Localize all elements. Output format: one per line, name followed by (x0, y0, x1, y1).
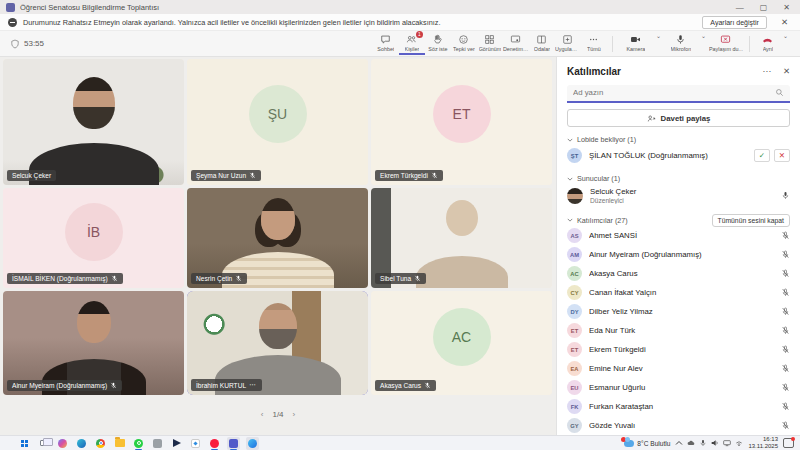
mic-muted-icon[interactable] (781, 326, 790, 335)
leave-button[interactable]: Ayrıl (755, 32, 781, 55)
presenter-role: Düzenleyici (590, 197, 774, 204)
presenter-row[interactable]: Selcuk Çeker Düzenleyici (567, 184, 790, 207)
tile-more-icon[interactable]: ⋯ (249, 381, 257, 389)
react-button[interactable]: Tepki ver (451, 32, 477, 55)
mute-all-button[interactable]: Tümünün sesini kapat (712, 214, 791, 227)
video-tile[interactable]: Sibel Tuna (371, 188, 552, 288)
presenters-section-header[interactable]: Sunucular (1) (567, 173, 790, 184)
attendee-row[interactable]: EU Esmanur Uğurlu (567, 378, 790, 397)
chat-button[interactable]: Sohbet (373, 32, 399, 55)
video-tile[interactable]: ŞU Şeyma Nur Uzun (187, 59, 368, 185)
lobby-section-header[interactable]: Lobide bekliyor (1) (567, 134, 790, 145)
video-tile[interactable]: AC Akasya Carus (371, 291, 552, 395)
attendee-list: AS Ahmet SANSİ AM Ainur Myeiram (Doğrula… (567, 226, 790, 435)
view-button[interactable]: Görünüm (477, 32, 503, 55)
attendee-row[interactable]: CY Canan İfakat Yalçın (567, 283, 790, 302)
video-tile[interactable]: ET Ekrem Türkgeldi (371, 59, 552, 185)
participant-name: Nesrin Çetin (196, 275, 232, 282)
participant-search[interactable] (567, 85, 790, 103)
camera-button[interactable]: Kamera (618, 32, 654, 55)
share-invite-button[interactable]: Daveti paylaş (567, 109, 790, 127)
admit-button[interactable]: ✓ (754, 149, 770, 162)
leave-dropdown-chevron[interactable]: ⌄ (783, 32, 788, 39)
tray-network-icon[interactable] (735, 439, 743, 447)
chrome-icon[interactable] (94, 437, 107, 450)
people-button[interactable]: 1 Kişiler (399, 32, 425, 55)
attendee-row[interactable]: AM Ainur Myeiram (Doğrulanmamış) (567, 245, 790, 264)
participant-name-label: İbrahim KURTUL ⋯ (191, 379, 262, 391)
gray-app-icon[interactable] (151, 437, 164, 450)
tray-display-icon[interactable] (723, 439, 731, 447)
video-tile[interactable]: İbrahim KURTUL ⋯ (187, 291, 368, 395)
camera-dropdown-chevron[interactable]: ⌄ (656, 32, 661, 39)
mic-muted-icon[interactable] (781, 250, 790, 259)
mic-muted-icon[interactable] (781, 345, 790, 354)
attendee-row[interactable]: DY Dilber Yeliz Yilmaz (567, 302, 790, 321)
tray-mic-icon[interactable] (699, 439, 707, 447)
meeting-timer: 53:55 (10, 39, 44, 49)
attendee-row[interactable]: AC Akasya Carus (567, 264, 790, 283)
raise-hand-button[interactable]: Söz iste (425, 32, 451, 55)
video-tile[interactable]: Ainur Myeiram (Doğrulanmamış) (3, 291, 184, 395)
shield-icon (10, 39, 20, 49)
banner-close-icon[interactable]: ✕ (781, 17, 788, 27)
mic-muted-icon[interactable] (781, 307, 790, 316)
mic-muted-icon (414, 275, 421, 282)
next-page-arrow[interactable]: › (293, 410, 296, 419)
prev-page-arrow[interactable]: ‹ (261, 410, 264, 419)
mic-muted-icon[interactable] (781, 231, 790, 240)
change-settings-button[interactable]: Ayarları değiştir (702, 16, 767, 29)
mic-muted-icon[interactable] (781, 402, 790, 411)
attendee-row[interactable]: EA Emine Nur Alev (567, 359, 790, 378)
more-button[interactable]: Tümü (581, 32, 607, 55)
mic-on-icon[interactable] (781, 191, 790, 200)
mic-muted-icon[interactable] (781, 288, 790, 297)
mic-dropdown-chevron[interactable]: ⌄ (701, 32, 706, 39)
video-tile[interactable]: İB İSMAİL BİKEN (Doğrulanmamış) (3, 188, 184, 288)
mic-button[interactable]: Mikrofon (663, 32, 699, 55)
tray-chevron-up-icon[interactable] (675, 439, 683, 447)
task-view-button[interactable] (37, 437, 50, 450)
start-button[interactable] (18, 437, 31, 450)
video-tile[interactable]: Selcuk Çeker (3, 59, 184, 185)
whatsapp-icon[interactable] (132, 437, 145, 450)
attendee-row[interactable]: GY Gözde Yuvalı (567, 416, 790, 435)
tray-speaker-icon[interactable] (711, 439, 719, 447)
panel-close-icon[interactable]: ✕ (783, 66, 790, 76)
panel-more-icon[interactable]: ⋯ (762, 66, 771, 76)
mic-muted-icon[interactable] (781, 421, 790, 430)
edge-icon[interactable] (75, 437, 88, 450)
opera-icon[interactable] (208, 437, 221, 450)
attendees-section-header[interactable]: Katılımcılar (27) Tümünün sesini kapat (567, 214, 790, 226)
weather-widget[interactable]: 8°C Bulutlu (624, 440, 670, 447)
taskbar-clock[interactable]: 16:13 13.11.2025 (748, 436, 778, 450)
search-input[interactable] (573, 88, 775, 97)
video-tile[interactable]: Nesrin Çetin (187, 188, 368, 288)
edge-copilot-icon[interactable] (246, 437, 259, 450)
rooms-button[interactable]: Odalar (529, 32, 555, 55)
attendee-row[interactable]: ET Ekrem Türkgeldi (567, 340, 790, 359)
arrow-app-icon[interactable] (170, 437, 183, 450)
maximize-button[interactable]: ▢ (760, 3, 768, 12)
controls-button[interactable]: Denetimler (503, 32, 529, 55)
mic-muted-icon[interactable] (781, 364, 790, 373)
teams-taskbar-icon[interactable] (227, 437, 240, 450)
attendee-row[interactable]: AS Ahmet SANSİ (567, 226, 790, 245)
attendee-row[interactable]: ET Eda Nur Türk (567, 321, 790, 340)
stop-share-button[interactable]: Paylaşım du... (708, 32, 744, 55)
search-icon (775, 88, 784, 97)
close-button[interactable]: ✕ (783, 3, 790, 12)
mic-muted-icon[interactable] (781, 383, 790, 392)
mic-muted-icon[interactable] (781, 269, 790, 278)
participant-name: Ainur Myeiram (Doğrulanmamış) (12, 382, 107, 389)
onedrive-cloud-icon[interactable] (687, 439, 695, 447)
copilot-icon[interactable] (56, 437, 69, 450)
deny-button[interactable]: ✕ (774, 149, 790, 162)
notification-center-icon[interactable] (783, 438, 794, 448)
apps-button[interactable]: Uygulamalar (555, 32, 581, 55)
lobby-row[interactable]: ŞT ŞİLAN TOĞLUK (Doğrulanmamış) ✓ ✕ (567, 145, 790, 166)
minimize-button[interactable]: — (736, 3, 744, 12)
attendee-row[interactable]: FK Furkan Karataştan (567, 397, 790, 416)
photos-app-icon[interactable] (189, 437, 202, 450)
file-explorer-icon[interactable] (113, 437, 126, 450)
